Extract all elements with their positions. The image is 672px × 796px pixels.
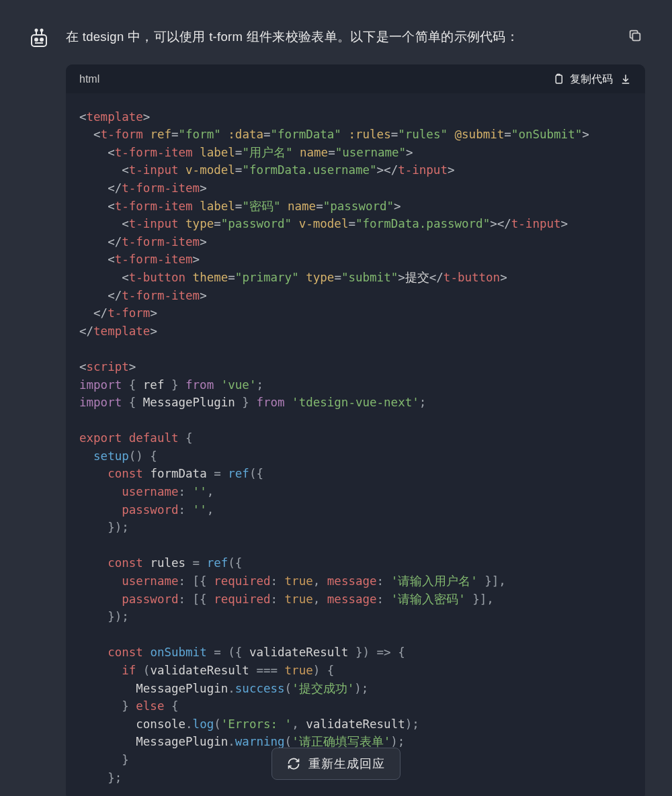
chat-message: 在 tdesign 中，可以使用 t-form 组件来校验表单。以下是一个简单的… (0, 0, 672, 796)
code-block: html 复制代码 (66, 64, 645, 796)
copy-code-label: 复制代码 (570, 73, 613, 87)
assistant-avatar (27, 27, 51, 51)
svg-point-6 (36, 30, 38, 32)
svg-point-7 (41, 30, 43, 32)
refresh-icon (287, 757, 300, 770)
copy-message-button[interactable] (628, 28, 642, 46)
download-icon (620, 73, 632, 85)
svg-point-2 (40, 38, 43, 41)
regenerate-label: 重新生成回应 (308, 756, 385, 772)
intro-text: 在 tdesign 中，可以使用 t-form 组件来校验表单。以下是一个简单的… (66, 27, 645, 47)
download-code-button[interactable] (620, 73, 632, 85)
copy-icon (628, 28, 642, 43)
code-content: <template> <t-form ref="form" :data="for… (66, 93, 645, 796)
clipboard-icon (552, 73, 564, 85)
svg-point-1 (35, 38, 38, 41)
code-language-label: html (79, 73, 99, 85)
code-header: html 复制代码 (66, 64, 645, 93)
robot-icon (28, 28, 50, 50)
svg-rect-0 (32, 35, 46, 46)
svg-rect-8 (556, 75, 562, 83)
regenerate-button[interactable]: 重新生成回应 (271, 748, 401, 780)
svg-rect-9 (632, 33, 640, 40)
copy-code-button[interactable]: 复制代码 (552, 73, 613, 87)
